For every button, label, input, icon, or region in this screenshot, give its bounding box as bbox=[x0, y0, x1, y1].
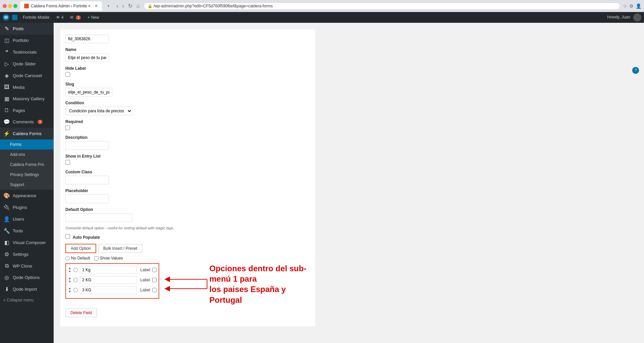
sidebar-item-settings[interactable]: ⚙ Settings bbox=[0, 248, 54, 260]
show-entry-list-checkbox[interactable] bbox=[65, 160, 70, 165]
browser-window-controls[interactable] bbox=[3, 4, 17, 8]
sidebar-item-qode-options[interactable]: ◎ Qode Options bbox=[0, 272, 54, 283]
sidebar-item-testimonials[interactable]: ❝ Testimonials bbox=[0, 46, 54, 58]
field-id-row bbox=[65, 35, 310, 43]
sidebar-item-appearance[interactable]: 🎨 Appearance bbox=[0, 190, 54, 202]
new-tab-button[interactable]: + bbox=[105, 2, 113, 10]
sidebar-item-qode-import[interactable]: ⬇ Qode Import bbox=[0, 283, 54, 295]
hint-icon-3[interactable]: ? bbox=[632, 67, 639, 74]
hide-label-row: Hide Label bbox=[65, 66, 310, 78]
site-name[interactable]: Fortnite Mobile bbox=[20, 14, 52, 21]
reload-button[interactable]: ↻ bbox=[127, 2, 134, 10]
sort-handle-2[interactable]: ▲ ▼ bbox=[68, 277, 71, 283]
sidebar-item-plugins[interactable]: 🔌 Plugins bbox=[0, 202, 54, 213]
description-row: Description bbox=[65, 135, 310, 150]
close-button[interactable] bbox=[3, 4, 7, 8]
sidebar-item-tools[interactable]: 🔧 Tools bbox=[0, 225, 54, 237]
slug-row: Slug bbox=[65, 82, 310, 97]
sidebar-label-forms: Forms bbox=[10, 142, 21, 147]
no-default-radio[interactable] bbox=[65, 256, 70, 261]
sidebar-item-posts[interactable]: ✎ Posts bbox=[0, 23, 54, 35]
sidebar-label-privacy: Privacy Settings bbox=[10, 172, 39, 177]
sidebar-label-appearance: Appearance bbox=[13, 193, 36, 198]
sidebar-item-privacy-settings[interactable]: Privacy Settings bbox=[0, 170, 54, 180]
slug-label: Slug bbox=[65, 82, 310, 87]
sort-handle-3[interactable]: ▲ ▼ bbox=[68, 287, 71, 293]
option-2-radio[interactable] bbox=[73, 278, 78, 282]
portfolio-icon: ◫ bbox=[3, 37, 10, 44]
required-checkbox[interactable] bbox=[65, 125, 70, 130]
sidebar-item-portfolio[interactable]: ◫ Portfolio bbox=[0, 35, 54, 46]
sort-down-icon-2: ▼ bbox=[68, 280, 71, 283]
collapse-label: Collapse menu bbox=[7, 298, 34, 302]
delete-field-button[interactable]: Delete Field bbox=[65, 308, 97, 317]
default-option-label: Default Option bbox=[65, 207, 310, 212]
sidebar-item-visual-composer[interactable]: ◧ Visual Composer bbox=[0, 237, 54, 248]
annotation-line1: Opciones dentro del sub-menú 1 para bbox=[210, 264, 306, 283]
slug-input[interactable] bbox=[65, 88, 112, 97]
annotation-container: Opciones dentro del sub-menú 1 para los … bbox=[163, 263, 310, 305]
avatar-icon[interactable]: 👤 bbox=[636, 3, 641, 9]
custom-class-input[interactable] bbox=[65, 176, 109, 184]
option-1-label-checkbox[interactable] bbox=[152, 268, 157, 272]
howdy-text: Howdy, Juan bbox=[607, 15, 630, 19]
users-icon: 👤 bbox=[3, 216, 10, 222]
sidebar-item-qode-slider[interactable]: ▷ Qode Slider bbox=[0, 58, 54, 70]
sidebar-item-forms[interactable]: Forms bbox=[0, 139, 54, 150]
collapse-icon: « bbox=[3, 298, 7, 302]
forward-button[interactable]: › bbox=[121, 2, 125, 10]
tab-close-icon[interactable]: ✕ bbox=[95, 4, 98, 8]
minimize-button[interactable] bbox=[8, 4, 12, 8]
show-entry-list-row: Show in Entry List bbox=[65, 154, 310, 166]
sidebar-item-wp-clone[interactable]: ⧉ WP Clone bbox=[0, 260, 54, 272]
bulk-insert-button[interactable]: Bulk Insert / Preset bbox=[98, 244, 142, 253]
maximize-button[interactable] bbox=[13, 4, 17, 8]
sidebar-item-caldera[interactable]: ⚡ Caldera Forms bbox=[0, 128, 54, 139]
home-button[interactable]: ⌂ bbox=[135, 2, 141, 10]
sidebar-item-comments[interactable]: 💬 Comments 3 bbox=[0, 116, 54, 128]
sidebar-item-support[interactable]: Support bbox=[0, 180, 54, 190]
star-icon[interactable]: ☆ bbox=[623, 3, 627, 9]
option-3-radio[interactable] bbox=[73, 288, 78, 292]
option-1-radio[interactable] bbox=[73, 268, 78, 272]
address-bar[interactable]: 🔒 /wp-admin/admin.php?edit=CF5d760f590fb… bbox=[144, 2, 620, 10]
sidebar-label-add-ons: Add-ons bbox=[10, 152, 25, 157]
option-2-input[interactable] bbox=[80, 276, 136, 284]
placeholder-input[interactable] bbox=[65, 194, 109, 203]
description-input[interactable] bbox=[65, 141, 109, 150]
wp-logo[interactable]: W bbox=[3, 14, 9, 21]
add-option-button[interactable]: Add Option bbox=[65, 244, 96, 253]
hide-label-checkbox[interactable] bbox=[65, 72, 70, 77]
messages-item[interactable]: ✉ 3 bbox=[67, 14, 83, 21]
sidebar-item-pages[interactable]: 🗋 Pages bbox=[0, 105, 54, 116]
qode-carousel-icon: ◈ bbox=[3, 72, 10, 79]
sidebar-item-qode-carousel[interactable]: ◈ Qode Carousel bbox=[0, 70, 54, 81]
sidebar-label-caldera-pro: Caldera Forms Pro bbox=[10, 162, 44, 167]
new-content-button[interactable]: + New bbox=[85, 14, 102, 21]
show-values-checkbox[interactable] bbox=[94, 256, 99, 261]
sort-handle-1[interactable]: ▲ ▼ bbox=[68, 267, 71, 273]
browser-chrome: Caldera Forms Admin ‹ Fortnite × ✕ + ‹ ›… bbox=[0, 0, 644, 12]
sidebar-item-add-ons[interactable]: Add-ons bbox=[0, 150, 54, 160]
sidebar-item-users[interactable]: 👤 Users bbox=[0, 213, 54, 225]
sidebar-item-masonry[interactable]: ▦ Masonry Gallery bbox=[0, 93, 54, 105]
default-option-input[interactable] bbox=[65, 213, 132, 222]
option-1-input[interactable] bbox=[80, 266, 136, 274]
condition-select[interactable]: Condición para lista de precios 1 bbox=[65, 107, 132, 115]
name-input[interactable] bbox=[65, 53, 109, 62]
sidebar-item-media[interactable]: 🖼 Media bbox=[0, 81, 54, 93]
collapse-menu-button[interactable]: « Collapse menu bbox=[0, 295, 54, 305]
user-avatar[interactable] bbox=[633, 13, 641, 21]
sidebar-item-caldera-pro[interactable]: Caldera Forms Pro bbox=[0, 160, 54, 170]
option-3-input[interactable] bbox=[80, 286, 136, 294]
condition-label: Condition bbox=[65, 101, 310, 105]
extensions-icon[interactable]: ⚙ bbox=[629, 3, 634, 9]
option-3-label-checkbox[interactable] bbox=[152, 288, 157, 292]
option-1-label-text: Label bbox=[140, 268, 150, 272]
default-option-row: Default Option bbox=[65, 207, 310, 222]
field-id-input[interactable] bbox=[65, 35, 109, 43]
back-button[interactable]: ‹ bbox=[115, 2, 119, 10]
option-2-label-checkbox[interactable] bbox=[152, 278, 157, 282]
auto-populate-checkbox[interactable] bbox=[65, 234, 70, 239]
browser-tab[interactable]: Caldera Forms Admin ‹ Fortnite × ✕ bbox=[20, 1, 102, 11]
